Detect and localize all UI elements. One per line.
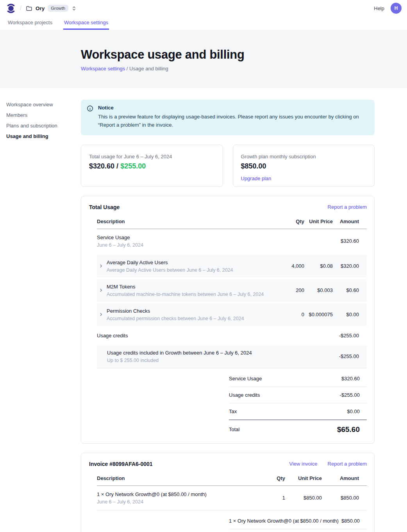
- summary-row-tax: Tax $0.00: [229, 403, 367, 420]
- invoice-summary: 1 × Ory Network Growth@0 (at $850.00 / m…: [229, 513, 367, 532]
- folder-icon: [26, 5, 32, 12]
- workspace-tabs: Workspace projects Workspace settings: [0, 16, 407, 30]
- help-link[interactable]: Help: [374, 5, 384, 11]
- usage-table-header: Description Qty Unit Price Amount: [97, 219, 367, 229]
- page-title: Workspace usage and billing: [81, 48, 407, 62]
- workspace-selector[interactable]: Ory Growth: [26, 5, 77, 12]
- tab-workspace-projects[interactable]: Workspace projects: [7, 16, 53, 30]
- preview-notice: Notice This is a preview feature for dis…: [81, 100, 375, 135]
- notice-title: Notice: [98, 105, 368, 111]
- invoice-report-problem-link[interactable]: Report a problem: [328, 461, 367, 467]
- notice-body: This is a preview feature for displaying…: [98, 113, 368, 129]
- breadcrumb-current: Usage and billing: [129, 66, 168, 72]
- usage-summary: Service Usage $320.60 Usage credits -$25…: [229, 371, 367, 435]
- subscription-amount: $850.00: [241, 162, 367, 170]
- invoice-summary-row-tax: Tax $0.00: [229, 529, 367, 532]
- page-header: Workspace usage and billing Workspace se…: [0, 30, 407, 88]
- summary-row-usage-credits: Usage credits -$255.00: [229, 387, 367, 403]
- chevron-right-icon[interactable]: [99, 264, 103, 268]
- info-icon: [87, 105, 93, 129]
- subscription-card: Growth plan monthly subscription $850.00…: [233, 145, 375, 187]
- table-row-service-usage: Service Usage June 6 – July 6, 2024 $320…: [97, 229, 367, 253]
- sidebar-item-usage-billing[interactable]: Usage and billing: [6, 133, 81, 139]
- top-bar: / Ory Growth Help H: [0, 0, 407, 16]
- upgrade-plan-link[interactable]: Upgrade plan: [241, 176, 271, 181]
- usage-panel-title: Total Usage: [89, 204, 120, 210]
- sidebar-item-members[interactable]: Members: [6, 112, 81, 118]
- chevron-right-icon[interactable]: [99, 312, 103, 317]
- sidebar-item-workspace-overview[interactable]: Workspace overview: [6, 102, 81, 107]
- table-row-usage-credits-detail: Usage credits included in Growth between…: [97, 345, 367, 368]
- breadcrumb-settings-link[interactable]: Workspace settings: [81, 66, 125, 72]
- subscription-label: Growth plan monthly subscription: [241, 154, 367, 159]
- tab-workspace-settings[interactable]: Workspace settings: [63, 16, 109, 30]
- table-row-daily-active-users: Average Daily Active Users Average Daily…: [97, 255, 367, 278]
- invoice-title: Invoice #8099AFA6-0001: [89, 461, 153, 467]
- summary-row-service-usage: Service Usage $320.60: [229, 371, 367, 387]
- settings-sidenav: Workspace overview Members Plans and sub…: [6, 100, 81, 532]
- workspace-name: Ory: [36, 5, 45, 11]
- usage-credit-amount: $255.00: [120, 162, 146, 170]
- chevron-right-icon[interactable]: [99, 288, 103, 292]
- plan-badge: Growth: [48, 5, 68, 12]
- breadcrumb-separator: /: [127, 66, 129, 72]
- total-usage-amount: $320.60 / $255.00: [89, 162, 215, 170]
- invoice-table-header: Description Qty Unit Price Amount: [97, 475, 367, 486]
- usage-report-problem-link[interactable]: Report a problem: [328, 204, 367, 210]
- total-usage-card: Total usage for June 6 – July 6, 2024 $3…: [81, 145, 223, 187]
- invoice-panel: Invoice #8099AFA6-0001 View invoice Repo…: [81, 453, 375, 532]
- table-row-usage-credits: Usage credits -$255.00: [97, 328, 367, 344]
- invoice-summary-row-plan: 1 × Ory Network Growth@0 (at $850.00 / m…: [229, 513, 367, 529]
- breadcrumb: Workspace settings / Usage and billing: [81, 66, 407, 72]
- ory-logo-icon[interactable]: [6, 3, 16, 14]
- total-usage-panel: Total Usage Report a problem Description…: [81, 196, 375, 444]
- avatar[interactable]: H: [391, 3, 402, 14]
- breadcrumb-separator: /: [20, 5, 21, 11]
- table-row-m2m-tokens: M2M Tokens Accumulated machine-to-machin…: [97, 279, 367, 302]
- summary-row-total: Total $65.60: [229, 420, 367, 435]
- table-row-permission-checks: Permission Checks Accumulated permission…: [97, 303, 367, 326]
- sidebar-item-plans-subscription[interactable]: Plans and subscription: [6, 123, 81, 129]
- view-invoice-link[interactable]: View invoice: [289, 461, 318, 467]
- unfold-chevrons-icon[interactable]: [71, 6, 77, 11]
- total-usage-label: Total usage for June 6 – July 6, 2024: [89, 154, 215, 159]
- invoice-row-growth-plan: 1 × Ory Network Growth@0 (at $850.00 / m…: [97, 486, 367, 511]
